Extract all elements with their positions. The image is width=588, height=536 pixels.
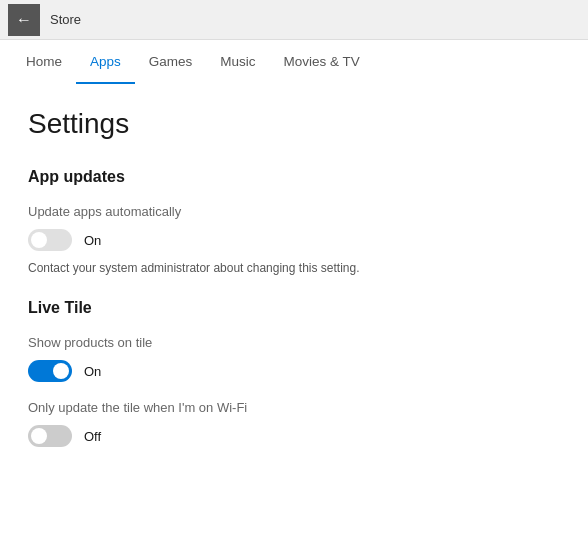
nav-bar: Home Apps Games Music Movies & TV (0, 40, 588, 84)
show-products-toggle[interactable] (28, 360, 72, 382)
live-tile-title: Live Tile (28, 299, 560, 317)
wifi-only-toggle-status: Off (84, 429, 101, 444)
nav-item-music[interactable]: Music (206, 40, 269, 84)
wifi-only-toggle[interactable] (28, 425, 72, 447)
nav-item-games[interactable]: Games (135, 40, 207, 84)
app-updates-title: App updates (28, 168, 560, 186)
app-updates-toggle[interactable] (28, 229, 72, 251)
main-content: Settings App updates Update apps automat… (0, 84, 588, 491)
show-products-label: Show products on tile (28, 335, 560, 350)
page-title: Settings (28, 108, 560, 140)
admin-note: Contact your system administrator about … (28, 261, 560, 275)
update-apps-label: Update apps automatically (28, 204, 560, 219)
app-updates-section: App updates Update apps automatically On… (28, 168, 560, 275)
nav-item-apps[interactable]: Apps (76, 40, 135, 84)
wifi-only-label: Only update the tile when I'm on Wi-Fi (28, 400, 560, 415)
back-icon: ← (16, 11, 32, 29)
nav-item-movies-tv[interactable]: Movies & TV (270, 40, 374, 84)
app-updates-toggle-row: On (28, 229, 560, 251)
back-button[interactable]: ← (8, 4, 40, 36)
nav-item-home[interactable]: Home (12, 40, 76, 84)
app-updates-toggle-status: On (84, 233, 101, 248)
wifi-only-toggle-row: Off (28, 425, 560, 447)
titlebar: ← Store (0, 0, 588, 40)
titlebar-title: Store (50, 12, 81, 27)
show-products-toggle-row: On (28, 360, 560, 382)
live-tile-section: Live Tile Show products on tile On Only … (28, 299, 560, 447)
show-products-toggle-status: On (84, 364, 101, 379)
